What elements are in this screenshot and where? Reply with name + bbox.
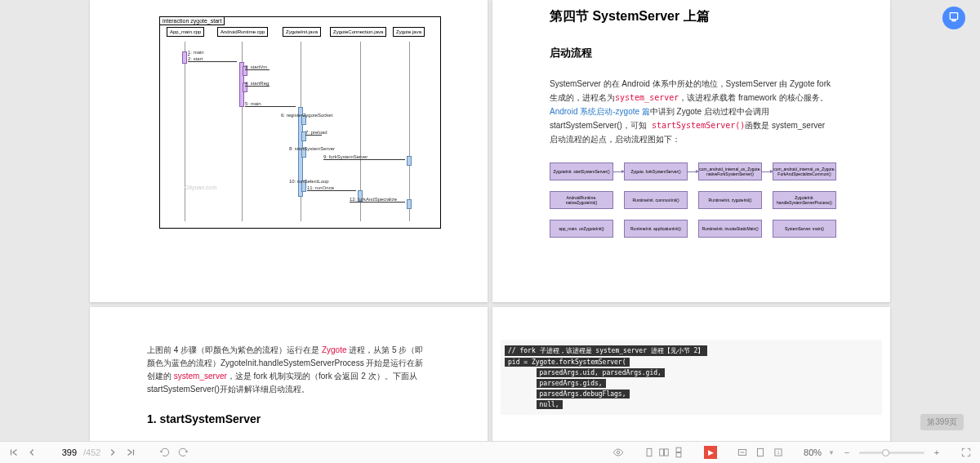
two-page-view-button[interactable] xyxy=(658,447,670,458)
seq-msg: 8: startSystemServer xyxy=(289,146,335,151)
prev-page-button[interactable] xyxy=(26,447,38,458)
single-page-view-button[interactable] xyxy=(644,447,655,458)
seq-msg: 9: forkSystemServer xyxy=(323,154,405,160)
bottom-toolbar: /452 ▶ 1 80% ▼ − + xyxy=(0,441,980,463)
svg-text:1: 1 xyxy=(777,451,780,455)
zoom-out-button[interactable]: − xyxy=(841,447,853,458)
body-paragraph: SystemServer 的在 Android 体系中所处的地位，SystemS… xyxy=(550,77,833,146)
page-right-bottom: // fork 子进程，该进程是 system_server 进程【见小节 2】… xyxy=(492,307,890,441)
svg-rect-0 xyxy=(950,12,957,19)
participant-app-main: App_main.cpp xyxy=(167,27,204,37)
actual-size-button[interactable]: 1 xyxy=(773,447,784,458)
seq-msg: 5: main xyxy=(245,101,296,107)
page-badge: 第399页 xyxy=(920,414,964,430)
zoom-slider[interactable] xyxy=(859,452,924,454)
eye-icon[interactable] xyxy=(612,447,624,458)
page-right-top: 第四节 SystemServer 上篇 启动流程 SystemServer 的在… xyxy=(492,0,890,302)
seq-msg: 4: startReg xyxy=(245,81,270,87)
floating-action-button[interactable] xyxy=(942,7,965,29)
seq-msg: 12: forkAndSpecialize xyxy=(350,197,405,203)
participant-zygoteinit: ZygoteInit.java xyxy=(283,27,321,37)
next-page-button[interactable] xyxy=(107,447,118,458)
activation-bar xyxy=(182,51,187,64)
svg-point-2 xyxy=(617,451,620,454)
rotate-right-button[interactable] xyxy=(177,447,189,458)
participant-androidruntime: AndroidRuntime.cpp xyxy=(217,27,268,37)
body-paragraph: 上图前 4 步骤（即颜色为紫色的流程）运行在是 Zygote 进程，从第 5 步… xyxy=(90,307,488,404)
link-zygote-article[interactable]: Android 系统启动-zygote 篇 xyxy=(550,107,650,116)
code-block: // fork 子进程，该进程是 system_server 进程【见小节 2】… xyxy=(501,340,882,415)
svg-rect-4 xyxy=(660,449,664,456)
page-left-bottom: 上图前 4 步骤（即颜色为紫色的流程）运行在是 Zygote 进程，从第 5 步… xyxy=(90,307,488,441)
section-title: 第四节 SystemServer 上篇 xyxy=(550,8,833,25)
zoom-in-button[interactable]: + xyxy=(931,447,942,458)
sequence-diagram: interaction zygote_start App_main.cpp An… xyxy=(159,16,441,229)
seq-msg: 2: start xyxy=(188,56,237,62)
flow-box: RuntimeInit. zygoteInit() xyxy=(698,191,762,209)
flow-box: AndroidRuntime. nativeZygoteInit() xyxy=(550,191,613,209)
seq-msg: 11: runOnce xyxy=(307,185,356,191)
page-number-input[interactable] xyxy=(44,447,77,457)
watermark: Gityuan.com xyxy=(185,185,216,190)
flow-box: com_android_internal_os_Zygote. nativeFo… xyxy=(698,162,762,180)
page-left-top: interaction zygote_start App_main.cpp An… xyxy=(90,0,488,302)
seq-msg: 10: runSelectLoop xyxy=(289,179,329,184)
last-page-button[interactable] xyxy=(125,447,136,458)
seq-msg: 3: startVm xyxy=(245,65,270,70)
heading: 1. startSystemServer xyxy=(90,404,488,434)
seq-msg: 1: main xyxy=(188,50,189,56)
zoom-slider-thumb[interactable] xyxy=(882,449,889,456)
zoom-dropdown-icon[interactable]: ▼ xyxy=(828,449,835,456)
svg-rect-9 xyxy=(758,448,764,456)
activation-bar xyxy=(407,199,412,209)
subsection-title: 启动流程 xyxy=(550,46,833,60)
participant-zygote: Zygote.java xyxy=(393,27,425,37)
continuous-view-button[interactable] xyxy=(673,447,684,458)
flow-box: RuntimeInit. commonInit() xyxy=(624,191,688,209)
zoom-level: 80% xyxy=(804,447,822,457)
flow-box: RuntimeInit. applicationInit() xyxy=(624,220,688,238)
svg-rect-5 xyxy=(665,449,669,456)
flow-box: ZygoteInit. handleSystemServerProcess() xyxy=(773,191,836,209)
first-page-button[interactable] xyxy=(8,447,20,458)
flow-box: Zygote. forkSystemServer() xyxy=(624,162,688,180)
diagram-title: interaction zygote_start xyxy=(159,16,225,25)
fab-icon xyxy=(947,11,960,26)
participant-zygoteconnection: ZygoteConnection.java xyxy=(330,27,386,37)
svg-rect-6 xyxy=(676,447,681,452)
play-button[interactable]: ▶ xyxy=(704,446,717,459)
fit-width-button[interactable] xyxy=(737,447,748,458)
flow-box: RuntimeInit. invokeStaticMain() xyxy=(698,220,762,238)
svg-rect-7 xyxy=(676,453,681,457)
seq-msg: 7: preload xyxy=(305,130,322,136)
rotate-left-button[interactable] xyxy=(159,447,171,458)
activation-bar xyxy=(407,156,412,166)
flow-box: ZygoteInit. startSystemServer() xyxy=(550,162,613,180)
svg-rect-3 xyxy=(647,448,652,456)
svg-rect-1 xyxy=(951,20,956,21)
flow-box: app_main. onZygoteInit() xyxy=(550,220,613,238)
page-total: /452 xyxy=(83,447,100,457)
flow-chart: ZygoteInit. startSystemServer() Zygote. … xyxy=(550,158,833,244)
flow-box: SystemServer. main() xyxy=(773,220,836,238)
fullscreen-button[interactable] xyxy=(960,447,972,458)
seq-msg: 6: registerZygoteSocket xyxy=(281,113,332,118)
flow-box: com_android_internal_os_Zygote. ForkAndS… xyxy=(773,162,836,180)
fit-page-button[interactable] xyxy=(755,447,766,458)
